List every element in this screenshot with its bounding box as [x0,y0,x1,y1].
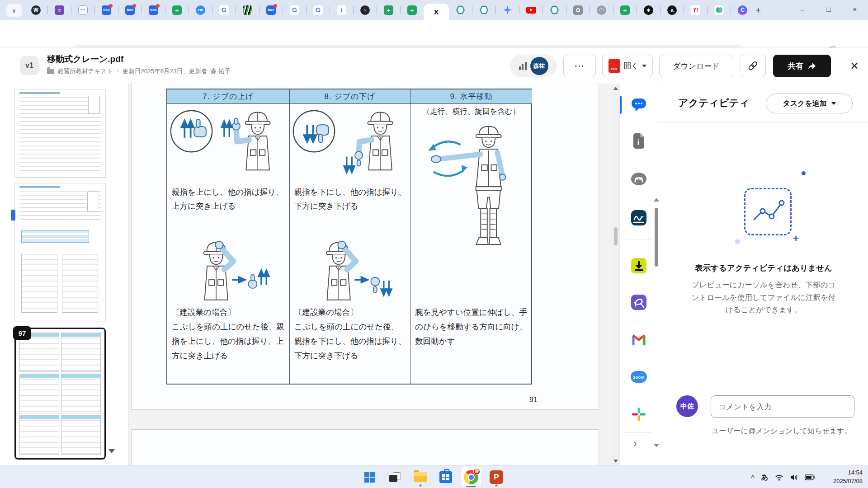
browser-tab[interactable]: ~ [354,0,377,20]
chevron-down-icon: ∨ [12,7,16,14]
app-rail-scrollbar[interactable] [654,198,659,447]
new-tab-button[interactable]: + [751,4,765,17]
scroll-up-button[interactable] [613,84,619,92]
wifi-icon[interactable] [775,474,783,481]
windows-taskbar: P ^ あ 14:54 2025/07/08 [0,465,868,488]
file-explorer-button[interactable] [410,467,430,487]
scrollbar-thumb[interactable] [614,227,618,245]
ime-indicator[interactable]: あ [761,473,768,482]
browser-tab[interactable]: box [142,0,165,20]
collapse-rail-button[interactable]: › [633,437,637,450]
download-button[interactable]: ダウンロード [659,55,733,77]
tab-search-button[interactable]: ∨ [6,4,22,17]
battery-icon[interactable] [805,474,815,480]
window-close-button[interactable]: × [842,0,868,18]
task-view-button[interactable] [385,467,405,487]
column-subheader: （走行、横行、旋回を含む） [410,107,532,117]
browser-tab[interactable] [519,0,542,20]
browser-tab[interactable]: a [660,0,684,20]
version-badge[interactable]: v1 [20,56,39,75]
worker-fist-on-head-illustration [296,239,401,308]
active-browser-tab[interactable]: X [424,4,449,20]
adobe-icon[interactable] [630,293,648,311]
page-thumbnail[interactable] [14,89,106,178]
browser-tab[interactable]: C [731,0,754,20]
gmail-icon[interactable] [630,330,648,348]
worker-thumb-down-illustration [339,108,406,183]
link-icon [745,59,760,73]
browser-tab[interactable]: box [259,0,283,20]
browser-tab[interactable]: + [165,0,189,20]
browser-tab[interactable]: + [377,0,400,20]
browser-tab[interactable]: G [307,0,330,20]
browser-tab[interactable] [496,0,519,20]
comments-icon[interactable] [630,96,648,114]
browser-tab[interactable] [449,0,472,20]
browser-tab[interactable] [566,0,590,20]
browser-tab[interactable]: G [212,0,236,20]
window-minimize-button[interactable]: – [789,0,816,18]
preview-scrollbar[interactable] [612,84,619,465]
browser-tab[interactable]: box [95,0,118,20]
browser-toolbar: ← → funaisoken.app.box.com/file/19022966… [0,20,868,47]
empty-state-body: プレビューにカーソルを合わせ、下部のコントロールを使用してファイルに注釈を付ける… [688,279,839,316]
scroll-down-button[interactable] [613,457,619,465]
browser-tab[interactable]: ∗ [637,0,660,20]
chrome-taskbar-button[interactable] [461,467,481,487]
chevron-down-icon [642,65,646,67]
box-sign-icon[interactable] [630,209,648,227]
scrollbar-thumb[interactable] [655,208,658,267]
signal-description: 腕を見やすい位置に伸ばし、手のひらを移動する方向に向け、数回動かす [415,305,528,349]
powerpoint-taskbar-button[interactable]: P [486,467,506,487]
browser-tab[interactable]: + [613,0,637,20]
jib-lower-illustration [292,108,406,183]
file-stats-button[interactable]: 森祐 [510,55,557,77]
zoom-app-icon[interactable]: zoom [630,368,648,386]
browser-tab[interactable]: Y! [684,0,707,20]
more-options-button[interactable]: ⋯ [563,55,596,77]
browser-tab[interactable]: ⋯ [71,0,94,20]
hidden-icons-chevron[interactable]: ^ [751,474,755,481]
browser-tab[interactable] [472,0,495,20]
add-task-button[interactable]: タスクを追加 [766,94,853,113]
volume-icon[interactable] [790,474,798,481]
worker-thumb-up-illustration [216,108,284,183]
microsoft-store-button[interactable] [436,467,456,487]
pdf-preview: 7. ジブの上げ 親指を上にし、他の指は握り、上方に突き上げる 〔建設業の場合〕… [129,84,612,465]
monday-icon[interactable] [630,170,648,188]
browser-tab[interactable]: G [283,0,306,20]
open-file-button[interactable]: PDF 開く [602,55,653,77]
browser-tab[interactable]: ≡ [48,0,71,20]
browser-tab[interactable]: W [24,0,47,20]
browser-tab[interactable] [543,0,566,20]
browser-tab[interactable]: ◠ [590,0,613,20]
browser-tab[interactable] [236,0,259,20]
active-app-indicator [620,96,622,114]
browser-tab[interactable] [708,0,731,20]
start-button[interactable] [360,467,380,487]
pdf-icon: PDF [609,59,620,73]
copy-link-button[interactable] [740,55,766,77]
plus-icon: + [793,233,799,244]
browser-tab[interactable]: zm [189,0,212,20]
current-user-avatar: 中佐 [676,395,698,417]
thumbnail-scroll-down[interactable] [108,453,115,461]
window-maximize-button[interactable]: □ [816,0,842,18]
content-area: 97 7. ジブの上げ 親指を上にし、他の指は握り、上方に突き上げる [0,84,868,465]
collaborator-avatar: 森祐 [530,57,548,75]
slack-icon[interactable] [630,405,648,423]
download-app-icon[interactable] [630,257,648,275]
browser-tab[interactable]: + [401,0,424,20]
selected-page-thumbnail[interactable] [14,328,106,460]
page-thumbnail[interactable] [14,183,106,321]
details-icon[interactable]: i [630,132,648,150]
taskbar-clock[interactable]: 14:54 2025/07/08 [833,469,863,486]
comment-input[interactable] [711,395,854,418]
signal-column-horizontal-move: 9. 水平移動 （走行、横行、旋回を含む） 腕を見やすい位置に伸ばし、手のひらを… [410,89,532,384]
browser-tab[interactable]: box [118,0,142,20]
share-button[interactable]: 共有 [773,55,831,77]
file-title: 移動式クレーン.pdf [47,53,123,65]
tab-strip: W≡⋯boxboxbox+zmGboxGGi~++X◠+∗aY!C [24,0,754,20]
close-preview-button[interactable]: × [844,56,864,76]
browser-tab[interactable]: i [330,0,353,20]
